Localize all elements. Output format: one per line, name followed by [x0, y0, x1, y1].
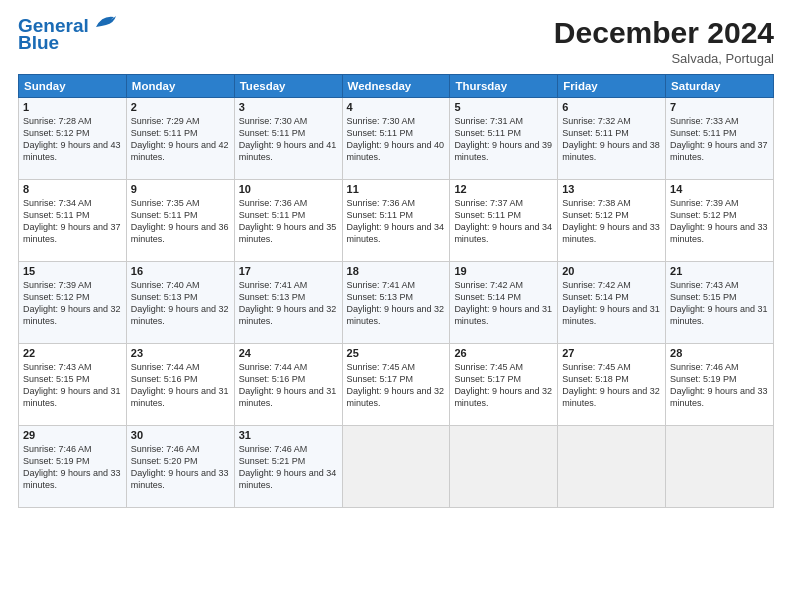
- weekday-header-friday: Friday: [558, 75, 666, 98]
- day-number: 30: [131, 429, 230, 441]
- day-number: 29: [23, 429, 122, 441]
- day-detail: Sunrise: 7:42 AMSunset: 5:14 PMDaylight:…: [562, 279, 661, 328]
- day-number: 21: [670, 265, 769, 277]
- day-number: 27: [562, 347, 661, 359]
- day-number: 4: [347, 101, 446, 113]
- day-detail: Sunrise: 7:39 AMSunset: 5:12 PMDaylight:…: [23, 279, 122, 328]
- day-detail: Sunrise: 7:41 AMSunset: 5:13 PMDaylight:…: [239, 279, 338, 328]
- calendar-cell: 7Sunrise: 7:33 AMSunset: 5:11 PMDaylight…: [666, 98, 774, 180]
- calendar-cell: 19Sunrise: 7:42 AMSunset: 5:14 PMDayligh…: [450, 262, 558, 344]
- day-detail: Sunrise: 7:32 AMSunset: 5:11 PMDaylight:…: [562, 115, 661, 164]
- calendar-cell: 14Sunrise: 7:39 AMSunset: 5:12 PMDayligh…: [666, 180, 774, 262]
- weekday-header-saturday: Saturday: [666, 75, 774, 98]
- day-number: 13: [562, 183, 661, 195]
- day-number: 20: [562, 265, 661, 277]
- calendar-cell: 21Sunrise: 7:43 AMSunset: 5:15 PMDayligh…: [666, 262, 774, 344]
- calendar-cell: 6Sunrise: 7:32 AMSunset: 5:11 PMDaylight…: [558, 98, 666, 180]
- calendar-cell: 17Sunrise: 7:41 AMSunset: 5:13 PMDayligh…: [234, 262, 342, 344]
- calendar-cell: 29Sunrise: 7:46 AMSunset: 5:19 PMDayligh…: [19, 426, 127, 508]
- day-number: 23: [131, 347, 230, 359]
- day-number: 26: [454, 347, 553, 359]
- calendar-cell: 22Sunrise: 7:43 AMSunset: 5:15 PMDayligh…: [19, 344, 127, 426]
- day-number: 28: [670, 347, 769, 359]
- calendar-cell: [558, 426, 666, 508]
- calendar-cell: 20Sunrise: 7:42 AMSunset: 5:14 PMDayligh…: [558, 262, 666, 344]
- day-detail: Sunrise: 7:46 AMSunset: 5:19 PMDaylight:…: [670, 361, 769, 410]
- day-number: 18: [347, 265, 446, 277]
- day-number: 12: [454, 183, 553, 195]
- location: Salvada, Portugal: [554, 51, 774, 66]
- day-detail: Sunrise: 7:43 AMSunset: 5:15 PMDaylight:…: [23, 361, 122, 410]
- day-number: 5: [454, 101, 553, 113]
- day-detail: Sunrise: 7:46 AMSunset: 5:19 PMDaylight:…: [23, 443, 122, 492]
- day-detail: Sunrise: 7:29 AMSunset: 5:11 PMDaylight:…: [131, 115, 230, 164]
- logo-blue: Blue: [18, 33, 59, 52]
- day-number: 24: [239, 347, 338, 359]
- calendar-cell: [666, 426, 774, 508]
- day-number: 6: [562, 101, 661, 113]
- calendar-cell: 3Sunrise: 7:30 AMSunset: 5:11 PMDaylight…: [234, 98, 342, 180]
- day-detail: Sunrise: 7:39 AMSunset: 5:12 PMDaylight:…: [670, 197, 769, 246]
- day-number: 17: [239, 265, 338, 277]
- weekday-header-wednesday: Wednesday: [342, 75, 450, 98]
- day-number: 3: [239, 101, 338, 113]
- calendar-cell: 11Sunrise: 7:36 AMSunset: 5:11 PMDayligh…: [342, 180, 450, 262]
- calendar-cell: 25Sunrise: 7:45 AMSunset: 5:17 PMDayligh…: [342, 344, 450, 426]
- calendar-cell: 30Sunrise: 7:46 AMSunset: 5:20 PMDayligh…: [126, 426, 234, 508]
- day-detail: Sunrise: 7:42 AMSunset: 5:14 PMDaylight:…: [454, 279, 553, 328]
- day-detail: Sunrise: 7:36 AMSunset: 5:11 PMDaylight:…: [239, 197, 338, 246]
- day-detail: Sunrise: 7:28 AMSunset: 5:12 PMDaylight:…: [23, 115, 122, 164]
- day-detail: Sunrise: 7:37 AMSunset: 5:11 PMDaylight:…: [454, 197, 553, 246]
- day-detail: Sunrise: 7:34 AMSunset: 5:11 PMDaylight:…: [23, 197, 122, 246]
- calendar-cell: 18Sunrise: 7:41 AMSunset: 5:13 PMDayligh…: [342, 262, 450, 344]
- day-detail: Sunrise: 7:30 AMSunset: 5:11 PMDaylight:…: [239, 115, 338, 164]
- day-detail: Sunrise: 7:33 AMSunset: 5:11 PMDaylight:…: [670, 115, 769, 164]
- calendar-cell: 9Sunrise: 7:35 AMSunset: 5:11 PMDaylight…: [126, 180, 234, 262]
- day-detail: Sunrise: 7:38 AMSunset: 5:12 PMDaylight:…: [562, 197, 661, 246]
- calendar-cell: 4Sunrise: 7:30 AMSunset: 5:11 PMDaylight…: [342, 98, 450, 180]
- day-number: 1: [23, 101, 122, 113]
- calendar-cell: 24Sunrise: 7:44 AMSunset: 5:16 PMDayligh…: [234, 344, 342, 426]
- calendar-cell: 2Sunrise: 7:29 AMSunset: 5:11 PMDaylight…: [126, 98, 234, 180]
- day-detail: Sunrise: 7:40 AMSunset: 5:13 PMDaylight:…: [131, 279, 230, 328]
- logo: General Blue: [18, 16, 118, 52]
- calendar-cell: 26Sunrise: 7:45 AMSunset: 5:17 PMDayligh…: [450, 344, 558, 426]
- day-detail: Sunrise: 7:45 AMSunset: 5:17 PMDaylight:…: [454, 361, 553, 410]
- logo-bird-icon: [92, 13, 118, 33]
- weekday-header-monday: Monday: [126, 75, 234, 98]
- day-detail: Sunrise: 7:41 AMSunset: 5:13 PMDaylight:…: [347, 279, 446, 328]
- day-detail: Sunrise: 7:31 AMSunset: 5:11 PMDaylight:…: [454, 115, 553, 164]
- day-detail: Sunrise: 7:44 AMSunset: 5:16 PMDaylight:…: [239, 361, 338, 410]
- day-number: 22: [23, 347, 122, 359]
- day-number: 16: [131, 265, 230, 277]
- weekday-header-tuesday: Tuesday: [234, 75, 342, 98]
- calendar-cell: 31Sunrise: 7:46 AMSunset: 5:21 PMDayligh…: [234, 426, 342, 508]
- title-area: December 2024 Salvada, Portugal: [554, 16, 774, 66]
- day-detail: Sunrise: 7:43 AMSunset: 5:15 PMDaylight:…: [670, 279, 769, 328]
- day-detail: Sunrise: 7:30 AMSunset: 5:11 PMDaylight:…: [347, 115, 446, 164]
- day-detail: Sunrise: 7:45 AMSunset: 5:17 PMDaylight:…: [347, 361, 446, 410]
- calendar-cell: 23Sunrise: 7:44 AMSunset: 5:16 PMDayligh…: [126, 344, 234, 426]
- day-number: 7: [670, 101, 769, 113]
- calendar-cell: 1Sunrise: 7:28 AMSunset: 5:12 PMDaylight…: [19, 98, 127, 180]
- day-detail: Sunrise: 7:44 AMSunset: 5:16 PMDaylight:…: [131, 361, 230, 410]
- header: General Blue December 2024 Salvada, Port…: [18, 16, 774, 66]
- calendar-cell: 5Sunrise: 7:31 AMSunset: 5:11 PMDaylight…: [450, 98, 558, 180]
- day-detail: Sunrise: 7:46 AMSunset: 5:21 PMDaylight:…: [239, 443, 338, 492]
- calendar-cell: 12Sunrise: 7:37 AMSunset: 5:11 PMDayligh…: [450, 180, 558, 262]
- calendar-table: SundayMondayTuesdayWednesdayThursdayFrid…: [18, 74, 774, 508]
- day-detail: Sunrise: 7:46 AMSunset: 5:20 PMDaylight:…: [131, 443, 230, 492]
- day-number: 15: [23, 265, 122, 277]
- day-number: 31: [239, 429, 338, 441]
- day-number: 8: [23, 183, 122, 195]
- day-number: 9: [131, 183, 230, 195]
- day-number: 14: [670, 183, 769, 195]
- day-detail: Sunrise: 7:36 AMSunset: 5:11 PMDaylight:…: [347, 197, 446, 246]
- month-title: December 2024: [554, 16, 774, 49]
- page: General Blue December 2024 Salvada, Port…: [0, 0, 792, 612]
- calendar-cell: 16Sunrise: 7:40 AMSunset: 5:13 PMDayligh…: [126, 262, 234, 344]
- day-number: 2: [131, 101, 230, 113]
- day-detail: Sunrise: 7:45 AMSunset: 5:18 PMDaylight:…: [562, 361, 661, 410]
- weekday-header-sunday: Sunday: [19, 75, 127, 98]
- calendar-cell: 28Sunrise: 7:46 AMSunset: 5:19 PMDayligh…: [666, 344, 774, 426]
